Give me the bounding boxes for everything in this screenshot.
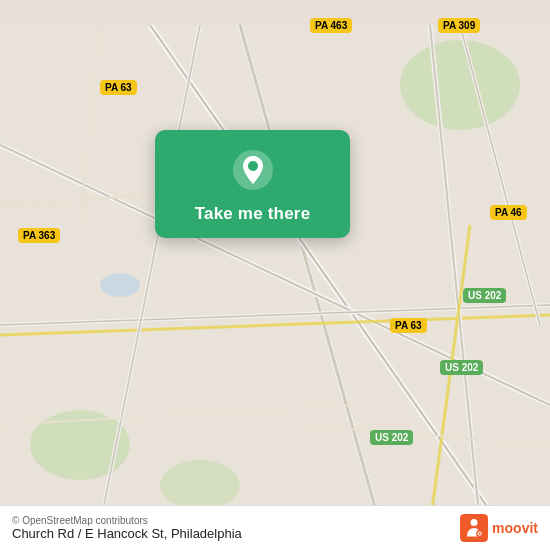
popup-card: Take me there: [155, 130, 350, 238]
svg-point-4: [100, 273, 140, 297]
moovit-logo: moovit: [460, 514, 538, 542]
location-text: Church Rd / E Hancock St, Philadelphia: [12, 526, 242, 541]
badge-us202-mid: US 202: [440, 360, 483, 375]
badge-pa63-mid: PA 63: [390, 318, 427, 333]
badge-pa63-top: PA 63: [100, 80, 137, 95]
svg-point-28: [471, 519, 478, 526]
copyright-text: © OpenStreetMap contributors: [12, 515, 242, 526]
moovit-icon: [460, 514, 488, 542]
svg-point-31: [479, 533, 481, 535]
svg-point-26: [248, 161, 258, 171]
map-svg: [0, 0, 550, 550]
svg-point-1: [400, 40, 520, 130]
bottom-bar-info: © OpenStreetMap contributors Church Rd /…: [12, 515, 242, 541]
map-container: PA 463 PA 309 PA 63 PA 363 PA 46 US 202 …: [0, 0, 550, 550]
badge-pa463: PA 463: [310, 18, 352, 33]
take-me-there-button[interactable]: Take me there: [195, 204, 311, 224]
bottom-bar: © OpenStreetMap contributors Church Rd /…: [0, 505, 550, 550]
badge-pa46: PA 46: [490, 205, 527, 220]
badge-pa363: PA 363: [18, 228, 60, 243]
moovit-text: moovit: [492, 520, 538, 536]
badge-us202-top: US 202: [463, 288, 506, 303]
badge-us202-bot: US 202: [370, 430, 413, 445]
badge-pa309: PA 309: [438, 18, 480, 33]
svg-point-3: [160, 460, 240, 510]
location-pin-icon: [231, 148, 275, 192]
